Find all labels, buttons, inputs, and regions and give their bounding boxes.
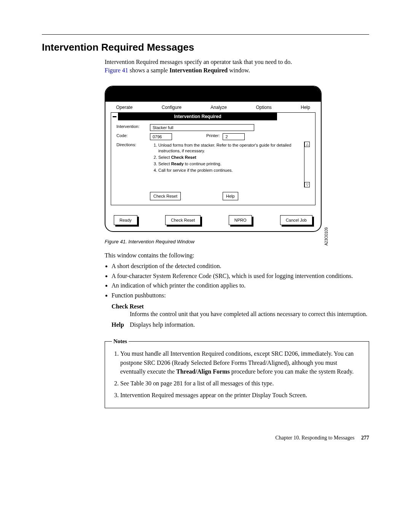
intro-paragraph: Intervention Required messages specify a… [105,58,369,74]
cancel-job-button[interactable]: Cancel Job [280,215,312,225]
menu-bar: Operate Configure Analyze Options Help [105,102,321,112]
npro-button-label: NPRO [229,215,252,225]
direction-3-c: to continue printing. [184,161,221,166]
menu-configure[interactable]: Configure [162,105,182,110]
note-1-bold: Thread/Align Forms [176,368,230,375]
ready-button-label: Ready [114,215,137,225]
intro-text-2b: window. [228,67,250,73]
menu-help[interactable]: Help [301,105,310,110]
direction-3-a: Select [158,161,171,166]
note-1-c: procedure before you can make the system… [230,368,354,375]
bottom-button-row: Ready Check Reset NPRO Cancel Job [105,205,321,225]
bullet-3: An indication of which printer the condi… [112,281,369,290]
intro-text-2-bold: Intervention Required [169,67,228,73]
inner-help-button[interactable]: Help [223,192,238,200]
check-reset-definition: Informs the control unit that you have c… [130,311,369,318]
page-footer: Chapter 10. Responding to Messages 277 [42,435,369,441]
inner-check-reset-button[interactable]: Check Reset [150,192,181,200]
check-reset-button[interactable]: Check Reset [165,215,201,225]
feature-list: A short description of the detected cond… [105,262,369,299]
direction-3: Select Ready to continue printing. [158,161,301,167]
scrollbar[interactable]: △ ▽ [304,142,310,187]
note-1: You must handle all Intervention Require… [120,349,362,376]
cancel-job-button-label: Cancel Job [280,215,312,225]
footer-page-number: 277 [361,435,369,441]
menu-operate[interactable]: Operate [116,105,132,110]
code-field: 0796 [150,133,172,140]
directions-label: Directions: [116,142,150,147]
help-definition: Displays help information. [130,321,369,328]
note-3: Intervention Required messages appear on… [120,391,362,399]
check-reset-button-label: Check Reset [165,215,201,225]
check-reset-term: Check Reset [112,303,369,310]
horizontal-rule [42,34,369,35]
bullet-4: Function pushbuttons: [112,291,369,300]
printer-field: 2 [223,133,245,140]
direction-1: Unload forms from the stacker. Refer to … [158,142,301,154]
footer-chapter: Chapter 10. Responding to Messages [275,435,354,441]
ready-button[interactable]: Ready [114,215,137,225]
definition-list: Check Reset Informs the control unit tha… [112,303,369,328]
menu-analyze[interactable]: Analyze [210,105,227,110]
inner-window: Intervention Required Intervention: Stac… [111,112,315,205]
menu-options[interactable]: Options [256,105,271,110]
section-heading: Intervention Required Messages [42,42,369,53]
scroll-up-icon[interactable]: △ [304,142,310,147]
npro-button[interactable]: NPRO [229,215,252,225]
inner-window-title: Intervention Required [118,113,277,120]
code-label: Code: [116,133,150,138]
printer-label: Printer: [206,133,220,138]
intro-text-2a: shows a sample [128,67,169,73]
directions-list: Unload forms from the stacker. Refer to … [150,142,310,174]
direction-3-bold: Ready [171,161,184,166]
help-term: Help [112,321,130,328]
direction-2-a: Select [158,155,171,160]
note-2: See Table 30 on page 281 for a list of a… [120,379,362,388]
intervention-field: Stacker full [150,124,254,131]
outer-window: Operate Configure Analyze Options Help I… [105,86,322,232]
direction-4: Call for service if the problem continue… [158,168,301,173]
system-menu-icon[interactable] [111,113,118,120]
after-figure-intro: This window contains the following: [105,251,369,260]
notes-box: Notes You must handle all Intervention R… [105,338,369,408]
scroll-down-icon[interactable]: ▽ [304,182,310,187]
figure-41: Operate Configure Analyze Options Help I… [105,86,322,244]
figure-caption: Figure 41. Intervention Required Window [105,239,322,244]
notes-legend: Notes [112,338,129,345]
outer-titlebar [105,86,321,102]
figure-side-code: A23O0109 [324,227,328,246]
direction-2: Select Check Reset [158,155,301,160]
intervention-label: Intervention: [116,124,150,129]
form-area: Intervention: Stacker full Code: 0796 Pr… [111,120,315,205]
bullet-1: A short description of the detected cond… [112,262,369,270]
direction-2-bold: Check Reset [171,155,196,160]
inner-titlebar: Intervention Required [111,113,315,120]
bullet-2: A four-character System Reference Code (… [112,272,369,280]
figure-link[interactable]: Figure 41 [105,67,128,73]
intro-text-1: Intervention Required messages specify a… [105,59,292,65]
